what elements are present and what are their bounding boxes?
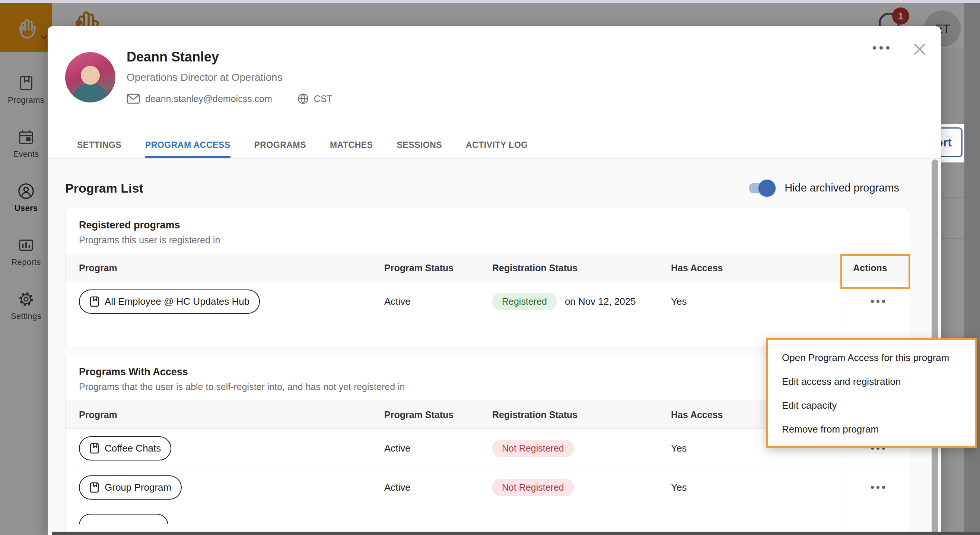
tab-matches[interactable]: MATCHES	[330, 134, 373, 158]
col-program-status: Program Status	[371, 409, 479, 420]
registered-programs-card: Registered programs Programs this user i…	[65, 208, 910, 348]
col-has-access: Has Access	[657, 263, 843, 273]
tab-programs[interactable]: PROGRAMS	[254, 134, 306, 158]
program-chip[interactable]: Group Program	[79, 475, 182, 500]
not-registered-badge: Not Registered	[492, 479, 574, 496]
row-actions-context-menu: Open Program Access for this program Edi…	[766, 338, 977, 448]
tab-activity-log[interactable]: ACTIVITY LOG	[466, 134, 528, 158]
export-button-patch: ort	[941, 124, 964, 163]
program-book-icon	[89, 482, 99, 493]
program-chip[interactable]	[79, 514, 168, 524]
table-row: All Employee @ HC Updates Hub Active Reg…	[65, 282, 910, 321]
email-icon	[127, 94, 140, 104]
user-role: Operations Director at Operations	[127, 72, 283, 83]
program-chip[interactable]: All Employee @ HC Updates Hub	[79, 289, 260, 314]
program-status-cell: Active	[371, 442, 479, 454]
page-title: Program List	[65, 181, 143, 196]
program-book-icon	[89, 443, 99, 454]
screen: Programs Events Users	[0, 0, 980, 535]
tab-sessions[interactable]: SESSIONS	[396, 134, 442, 158]
user-contact-row: deann.stanley@demoicss.com CST	[127, 93, 332, 104]
col-registration-status: Registration Status	[479, 263, 657, 273]
registration-status-cell: Not Registered	[479, 479, 657, 496]
section-subtitle: Programs this user is registered in	[79, 235, 897, 246]
user-timezone: CST	[314, 94, 332, 104]
program-book-icon	[89, 296, 99, 307]
table-row-partial	[65, 507, 910, 524]
col-program-status: Program Status	[371, 263, 479, 273]
user-profile-modal: Deann Stanley Operations Director at Ope…	[48, 26, 941, 535]
hide-archived-toggle[interactable]	[749, 183, 774, 193]
registration-status-cell: Not Registered	[479, 440, 657, 457]
program-status-cell: Active	[371, 296, 479, 307]
close-icon[interactable]	[911, 40, 929, 58]
user-name: Deann Stanley	[127, 49, 219, 65]
has-access-cell: Yes	[657, 296, 843, 307]
has-access-cell: Yes	[657, 482, 843, 493]
col-program: Program	[65, 263, 371, 273]
table-header: Program Program Status Registration Stat…	[65, 254, 910, 282]
col-registration-status: Registration Status	[479, 409, 657, 420]
user-avatar-photo	[65, 52, 115, 102]
col-actions: Actions	[843, 263, 910, 273]
menu-item-open-program-access[interactable]: Open Program Access for this program	[768, 346, 975, 370]
menu-item-remove-from-program[interactable]: Remove from program	[768, 417, 975, 441]
hide-archived-toggle-row: Hide archived programs	[749, 182, 899, 194]
top-window-strip	[0, 0, 980, 3]
table-row: Group Program Active Not Registered Yes	[65, 468, 910, 507]
section-title: Registered programs	[79, 219, 897, 231]
hide-archived-toggle-label: Hide archived programs	[784, 182, 899, 194]
program-status-cell: Active	[371, 482, 479, 493]
bottom-window-strip	[52, 532, 980, 535]
profile-tabs: SETTINGS PROGRAM ACCESS PROGRAMS MATCHES…	[48, 134, 941, 159]
tab-settings[interactable]: SETTINGS	[77, 134, 121, 158]
program-chip[interactable]: Coffee Chats	[79, 436, 171, 460]
not-registered-badge: Not Registered	[492, 440, 574, 457]
user-email[interactable]: deann.stanley@demoicss.com	[145, 94, 272, 104]
globe-icon	[298, 93, 309, 104]
tab-program-access[interactable]: PROGRAM ACCESS	[145, 134, 231, 158]
registered-badge: Registered	[492, 293, 557, 310]
registration-date: on Nov 12, 2025	[565, 296, 636, 307]
registration-status-cell: Registered on Nov 12, 2025	[479, 293, 657, 310]
row-actions-button[interactable]	[856, 481, 889, 494]
menu-item-edit-access-registration[interactable]: Edit access and registration	[768, 370, 975, 393]
menu-item-edit-capacity[interactable]: Edit capacity	[768, 393, 975, 417]
row-actions-button[interactable]	[856, 295, 889, 308]
modal-more-options-button[interactable]	[869, 43, 893, 53]
col-program: Program	[65, 409, 371, 420]
